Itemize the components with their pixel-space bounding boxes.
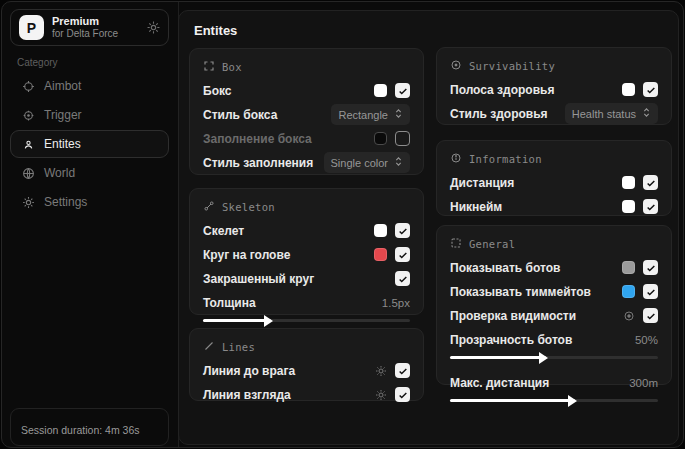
- slider-thumb[interactable]: [264, 315, 273, 327]
- checkbox-checked[interactable]: [395, 387, 410, 402]
- dropdown-value: Rectangle: [338, 109, 388, 121]
- sidebar-item-label: Trigger: [44, 108, 82, 122]
- setting-label: Показывать ботов: [450, 261, 560, 275]
- setting-label: Дистанция: [450, 176, 514, 190]
- gear-icon: [21, 196, 35, 209]
- setting-row: Заполнение бокса: [203, 131, 410, 146]
- sidebar-item-settings[interactable]: Settings: [10, 188, 169, 216]
- checkbox-checked[interactable]: [643, 175, 658, 190]
- setting-row: Линия взгляда: [203, 387, 410, 402]
- checkbox-checked[interactable]: [643, 284, 658, 299]
- globe-icon: [21, 167, 35, 180]
- setting-row: Никнейм: [450, 199, 658, 214]
- category-label: Category: [17, 57, 58, 68]
- color-swatch[interactable]: [622, 285, 635, 298]
- sidebar-item-entities[interactable]: Entites: [10, 130, 169, 158]
- setting-label: Круг на голове: [203, 248, 290, 262]
- health-style-dropdown[interactable]: Health status: [565, 103, 658, 124]
- setting-label: Полоса здоровья: [450, 83, 554, 97]
- gear-icon[interactable]: [375, 389, 387, 401]
- brand-title: Premium: [52, 15, 139, 28]
- slider-thumb[interactable]: [539, 352, 548, 364]
- color-swatch[interactable]: [622, 261, 635, 274]
- setting-row: Толщина 1.5px: [203, 295, 410, 310]
- setting-row: Макс. дистанция 300m: [450, 375, 658, 390]
- person-scan-icon: [21, 138, 35, 151]
- info-icon: [450, 152, 462, 166]
- brand-card: P Premium for Delta Force: [10, 9, 169, 46]
- setting-row: Скелет: [203, 223, 410, 238]
- checkbox-checked[interactable]: [395, 271, 410, 286]
- setting-row: Закрашенный круг: [203, 271, 410, 286]
- setting-label: Толщина: [203, 296, 256, 310]
- setting-label: Прозрачность ботов: [450, 333, 572, 347]
- bot-opacity-slider[interactable]: [450, 356, 658, 359]
- target-icon: [21, 109, 35, 122]
- eye-icon[interactable]: [623, 310, 635, 322]
- slider-value: 300m: [629, 377, 658, 389]
- color-swatch[interactable]: [374, 132, 387, 145]
- setting-label: Показывать тиммейтов: [450, 285, 591, 299]
- sidebar-item-trigger[interactable]: Trigger: [10, 101, 169, 129]
- window-frame: P Premium for Delta Force Category Aimbo…: [1, 1, 684, 448]
- setting-row: Линия до врага: [203, 363, 410, 378]
- setting-label: Проверка видимости: [450, 309, 576, 323]
- setting-label: Макс. дистанция: [450, 376, 549, 390]
- setting-row: Стиль здоровья Health status: [450, 106, 658, 121]
- box-style-dropdown[interactable]: Rectangle: [331, 104, 410, 125]
- box-corners-icon: [203, 60, 215, 74]
- dropdown-value: Single color: [331, 157, 388, 169]
- setting-label: Заполнение бокса: [203, 132, 312, 146]
- panel-title: General: [469, 238, 515, 250]
- panel-survivability: Survivability Полоса здоровья Стиль здор…: [436, 47, 672, 125]
- slider-thumb[interactable]: [568, 395, 577, 407]
- gear-icon[interactable]: [147, 21, 160, 34]
- checkbox-checked[interactable]: [395, 223, 410, 238]
- session-card: Session duration: 4m 36s: [10, 408, 169, 446]
- panel-general: General Показывать ботов Показывать тимм…: [436, 225, 672, 385]
- checkbox-checked[interactable]: [643, 308, 658, 323]
- checkbox-checked[interactable]: [643, 199, 658, 214]
- setting-label: Стиль бокса: [203, 108, 277, 122]
- sidebar-item-label: Settings: [44, 195, 87, 209]
- sidebar: P Premium for Delta Force Category Aimbo…: [2, 2, 179, 447]
- checkbox-checked[interactable]: [643, 260, 658, 275]
- unfold-icon: [642, 107, 651, 120]
- sidebar-item-world[interactable]: World: [10, 159, 169, 187]
- setting-row: Проверка видимости: [450, 308, 658, 323]
- checkbox-checked[interactable]: [395, 83, 410, 98]
- color-swatch[interactable]: [622, 83, 635, 96]
- gear-icon[interactable]: [375, 365, 387, 377]
- checkbox-checked[interactable]: [395, 363, 410, 378]
- checkbox-unchecked[interactable]: [395, 131, 410, 146]
- setting-row: Полоса здоровья: [450, 82, 658, 97]
- sidebar-nav: Aimbot Trigger Entites World: [10, 72, 169, 217]
- sidebar-item-label: World: [44, 166, 75, 180]
- app-window: P Premium for Delta Force Category Aimbo…: [0, 0, 685, 449]
- crosshair-icon: [21, 80, 35, 93]
- setting-row: Круг на голове: [203, 247, 410, 262]
- setting-row: Показывать тиммейтов: [450, 284, 658, 299]
- setting-label: Стиль заполнения: [203, 156, 313, 170]
- color-swatch[interactable]: [622, 176, 635, 189]
- color-swatch[interactable]: [374, 84, 387, 97]
- setting-label: Закрашенный круг: [203, 272, 314, 286]
- dropdown-value: Health status: [572, 108, 636, 120]
- panel-title: Skeleton: [222, 201, 275, 213]
- panel-information: Information Дистанция Никнейм: [436, 140, 672, 216]
- color-swatch[interactable]: [374, 224, 387, 237]
- brand-subtitle: for Delta Force: [52, 28, 139, 40]
- fill-style-dropdown[interactable]: Single color: [324, 152, 410, 173]
- pulse-circle-icon: [450, 59, 462, 73]
- sidebar-item-aimbot[interactable]: Aimbot: [10, 72, 169, 100]
- unfold-icon: [394, 108, 403, 121]
- thickness-slider[interactable]: [203, 319, 410, 322]
- color-swatch[interactable]: [374, 248, 387, 261]
- color-swatch[interactable]: [622, 200, 635, 213]
- checkbox-checked[interactable]: [643, 82, 658, 97]
- dashed-square-icon: [450, 237, 462, 251]
- max-distance-slider[interactable]: [450, 399, 658, 402]
- setting-label: Линия взгляда: [203, 388, 291, 402]
- setting-row: Бокс: [203, 83, 410, 98]
- checkbox-checked[interactable]: [395, 247, 410, 262]
